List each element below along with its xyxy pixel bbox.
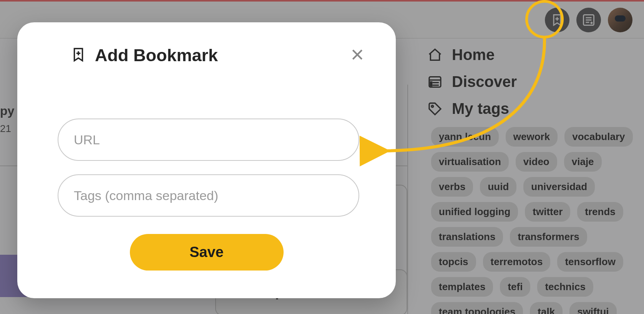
nav-item-my-tags[interactable]: My tags xyxy=(427,100,634,117)
tag-chip[interactable]: team topologies xyxy=(431,302,523,314)
add-bookmark-button[interactable] xyxy=(545,8,569,32)
close-button[interactable] xyxy=(350,47,365,64)
bookmark-plus-icon xyxy=(550,13,564,27)
url-input[interactable] xyxy=(58,119,359,161)
right-sidebar: Home Discover My tags yann lecunweworkvo… xyxy=(427,46,634,314)
nav-label: My tags xyxy=(452,100,509,117)
tag-chip[interactable]: tensorflow xyxy=(557,252,623,272)
svg-rect-12 xyxy=(430,82,432,86)
tag-chip[interactable]: templates xyxy=(431,277,493,297)
nav-label: Home xyxy=(452,46,495,63)
nav-item-discover[interactable]: Discover xyxy=(427,73,634,90)
left-peek-text: py xyxy=(0,104,19,118)
tag-chip[interactable]: twitter xyxy=(525,202,570,222)
tag-chip[interactable]: trends xyxy=(577,202,623,222)
tag-chip[interactable]: uuid xyxy=(480,177,516,197)
add-list-button[interactable] xyxy=(576,8,601,32)
tag-chip[interactable]: terremotos xyxy=(483,252,551,272)
nav-item-home[interactable]: Home xyxy=(427,46,634,63)
modal-title: Add Bookmark xyxy=(95,45,218,65)
list-plus-icon xyxy=(582,13,596,27)
tag-chip[interactable]: verbs xyxy=(431,177,473,197)
tag-chip[interactable]: yann lecun xyxy=(431,127,499,147)
tag-chip[interactable]: wework xyxy=(506,127,558,147)
svg-point-13 xyxy=(432,105,433,107)
modal-header: Add Bookmark xyxy=(70,45,365,65)
tag-chip[interactable]: transformers xyxy=(510,227,587,247)
left-column-peek: py 21 xyxy=(0,104,19,135)
tag-chip[interactable]: universidad xyxy=(523,177,595,197)
tag-cloud: yann lecunweworkvocabularyvirtualisation… xyxy=(427,127,634,314)
tag-chip[interactable]: video xyxy=(516,152,557,172)
tag-chip[interactable]: technics xyxy=(537,277,593,297)
newspaper-icon xyxy=(427,73,443,90)
tag-chip[interactable]: talk xyxy=(530,302,563,314)
tag-chip[interactable]: vocabulary xyxy=(564,127,632,147)
tag-chip[interactable]: tefi xyxy=(500,277,530,297)
user-avatar[interactable] xyxy=(608,8,632,32)
tag-chip[interactable]: virtualisation xyxy=(431,152,509,172)
vertical-divider xyxy=(407,85,408,314)
tag-chip[interactable]: translations xyxy=(431,227,503,247)
tags-input[interactable] xyxy=(58,174,359,217)
tag-chip[interactable]: swiftui xyxy=(569,302,616,314)
bookmark-plus-icon xyxy=(70,47,86,64)
add-bookmark-modal: Add Bookmark Save xyxy=(17,22,396,298)
nav-label: Discover xyxy=(452,73,517,90)
home-icon xyxy=(427,47,443,63)
tag-chip[interactable]: topcis xyxy=(431,252,476,272)
tag-icon xyxy=(427,100,443,117)
tag-chip[interactable]: unified logging xyxy=(431,202,518,222)
left-peek-sub: 21 xyxy=(0,123,19,135)
close-icon xyxy=(350,47,365,62)
save-button[interactable]: Save xyxy=(130,234,284,271)
tag-chip[interactable]: viaje xyxy=(564,152,602,172)
